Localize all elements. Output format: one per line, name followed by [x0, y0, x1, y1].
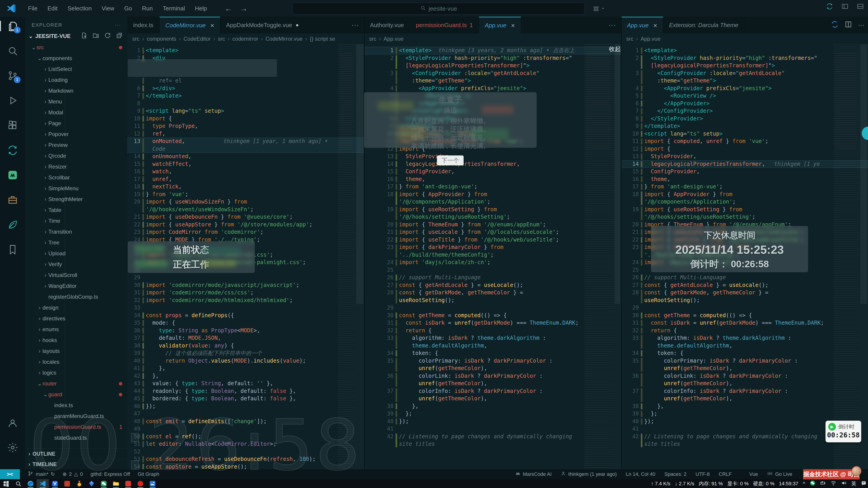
breadcrumb-item[interactable]: src: [626, 36, 633, 42]
golive-item[interactable]: Go Live: [767, 470, 792, 478]
breadcrumb-item[interactable]: src: [369, 36, 376, 42]
explorer-icon[interactable]: 1: [7, 20, 18, 32]
eol-item[interactable]: CRLF: [719, 471, 732, 477]
tree-item-VirtualScroll[interactable]: ›VirtualScroll: [25, 270, 127, 281]
marscode-item[interactable]: MarsCode AI: [515, 471, 552, 478]
tree-item-guard[interactable]: ⌄guard: [25, 389, 127, 400]
tray-expand-icon[interactable]: ^: [803, 481, 805, 487]
taskbar-start-icon[interactable]: [0, 479, 12, 488]
taskbar-vscode-icon[interactable]: [37, 479, 49, 488]
problems-item[interactable]: ⊗2△0: [63, 471, 83, 477]
taskbar-netease-music-icon[interactable]: [134, 479, 147, 488]
search-icon[interactable]: [7, 45, 18, 57]
breadcrumb-item[interactable]: components: [147, 36, 176, 42]
collapse-button[interactable]: 收起: [609, 45, 621, 53]
wechat-tray-icon[interactable]: [810, 480, 815, 487]
taskbar-wechat-icon[interactable]: [98, 479, 110, 488]
breadcrumb-item[interactable]: src: [132, 36, 140, 42]
settings-icon[interactable]: [7, 442, 18, 453]
blame-item[interactable]: thinkgem (1 year ago): [561, 471, 617, 478]
menu-item-terminal[interactable]: Terminal: [159, 3, 189, 14]
tree-item-Tree[interactable]: ›Tree: [25, 237, 127, 248]
git-graph-item[interactable]: Git Graph: [138, 471, 159, 477]
scrollbar[interactable]: [614, 44, 621, 469]
tab-permissionGuard.ts[interactable]: permissionGuard.ts1: [410, 17, 479, 33]
tree-item-locales[interactable]: ›locales: [25, 357, 127, 367]
next-button[interactable]: 下一个: [437, 156, 464, 165]
source-control-icon[interactable]: 1: [7, 70, 18, 81]
tree-item-Popover[interactable]: ›Popover: [25, 129, 127, 140]
more-icon[interactable]: ···: [858, 22, 864, 29]
extensions-icon[interactable]: [7, 120, 18, 131]
tab-App.vue[interactable]: App.vue×: [479, 17, 521, 33]
menu-item-run[interactable]: Run: [138, 3, 157, 14]
tree-item-WangEditor[interactable]: ›WangEditor: [25, 281, 127, 291]
taskbar-gem-icon[interactable]: [86, 479, 98, 488]
scrollbar[interactable]: [860, 44, 868, 469]
breadcrumb-item[interactable]: codemirror: [232, 36, 258, 42]
breadcrumb-item[interactable]: src: [218, 36, 225, 42]
sync-status-icon[interactable]: [826, 3, 833, 10]
tree-item-Scrollbar[interactable]: ›Scrollbar: [25, 172, 127, 183]
breadcrumb-item[interactable]: CodeEditor: [184, 36, 211, 42]
explorer-more-icon[interactable]: ···: [115, 22, 121, 28]
command-center-search[interactable]: jeesite-vue: [292, 3, 585, 14]
marscode-icon[interactable]: [7, 169, 18, 181]
tree-item-StrengthMeter[interactable]: ›StrengthMeter: [25, 194, 127, 205]
tree-item-directives[interactable]: ›directives: [25, 313, 127, 324]
menu-item-selection[interactable]: Selection: [64, 3, 96, 14]
tree-item-router[interactable]: ⌄router: [25, 378, 127, 389]
nav-forward-button[interactable]: →: [240, 4, 248, 13]
tree-item-hooks[interactable]: ›hooks: [25, 335, 127, 346]
toolbox-icon[interactable]: [7, 194, 18, 205]
new-folder-icon[interactable]: [92, 32, 99, 40]
layout2-icon[interactable]: [857, 3, 864, 10]
tree-item-components[interactable]: ⌄components: [25, 53, 127, 64]
indentation-item[interactable]: Spaces: 2: [664, 471, 686, 477]
tray-speaker-icon[interactable]: [841, 480, 847, 487]
githd-item[interactable]: githd: Express Off: [91, 471, 130, 477]
menu-item-go[interactable]: Go: [120, 3, 136, 14]
diff-icon[interactable]: [831, 21, 839, 30]
collapse-all-icon[interactable]: [116, 32, 123, 40]
tab-CodeMirror.vue[interactable]: CodeMirror.vue×: [160, 17, 220, 33]
taskbar-word-icon[interactable]: [61, 479, 73, 488]
encoding-item[interactable]: UTF-8: [695, 471, 710, 477]
tray-battery-icon[interactable]: [820, 480, 826, 487]
ime-indicator[interactable]: 英: [851, 480, 856, 487]
tab-overflow-icon[interactable]: ···: [603, 17, 621, 33]
menu-item-file[interactable]: File: [24, 3, 41, 14]
taskbar-medal-icon[interactable]: [73, 479, 86, 488]
tree-item-Preview[interactable]: ›Preview: [25, 140, 127, 151]
split-editor-icon[interactable]: [844, 21, 852, 30]
layout-icon[interactable]: [841, 3, 848, 10]
nav-back-button[interactable]: ←: [225, 4, 232, 13]
breadcrumb-item[interactable]: CodeMirror.vue: [266, 36, 303, 42]
menu-item-view[interactable]: View: [98, 3, 119, 14]
tree-item-Page[interactable]: ›Page: [25, 118, 127, 129]
outline-section[interactable]: ›OUTLINE: [25, 449, 130, 459]
tree-item-SimpleMenu[interactable]: ›SimpleMenu: [25, 183, 127, 194]
taskbar-wps-icon[interactable]: [122, 479, 134, 488]
project-section-header[interactable]: ⌄JEESITE-VUE: [25, 30, 127, 42]
tree-item-stateGuard.ts[interactable]: stateGuard.ts: [25, 432, 127, 443]
tree-item-Verify[interactable]: ›Verify: [25, 259, 127, 270]
refresh-icon[interactable]: [104, 32, 111, 40]
tab-App.vue[interactable]: App.vue×: [621, 17, 663, 33]
scrollbar[interactable]: [355, 44, 364, 469]
tab-ExtensionDarculaTheme[interactable]: Extension: Darcula Theme: [663, 17, 744, 33]
customize-layout-icon[interactable]: ⌄: [592, 5, 600, 13]
tree-item-logics[interactable]: ›logics: [25, 367, 127, 378]
tree-item-src[interactable]: ⌄src: [25, 42, 127, 53]
tab-AppDarkModeToggle.vue[interactable]: AppDarkModeToggle.vue●: [220, 17, 305, 33]
timeline-section[interactable]: ›TIMELINE: [25, 459, 130, 469]
breadcrumb-item[interactable]: {} script se: [310, 36, 335, 42]
tab-overflow-icon[interactable]: ···: [346, 17, 364, 33]
language-item[interactable]: Vue: [741, 470, 758, 478]
tree-item-ListSelect[interactable]: ›ListSelect: [25, 64, 127, 74]
tree-item-Resizer[interactable]: ›Resizer: [25, 161, 127, 172]
taskbar-edge-icon[interactable]: [24, 479, 37, 488]
cursor-position-item[interactable]: Ln 14, Col 40: [626, 471, 655, 477]
tree-item-Table[interactable]: ›Table: [25, 205, 127, 216]
branch-item[interactable]: main*↻: [28, 470, 55, 478]
